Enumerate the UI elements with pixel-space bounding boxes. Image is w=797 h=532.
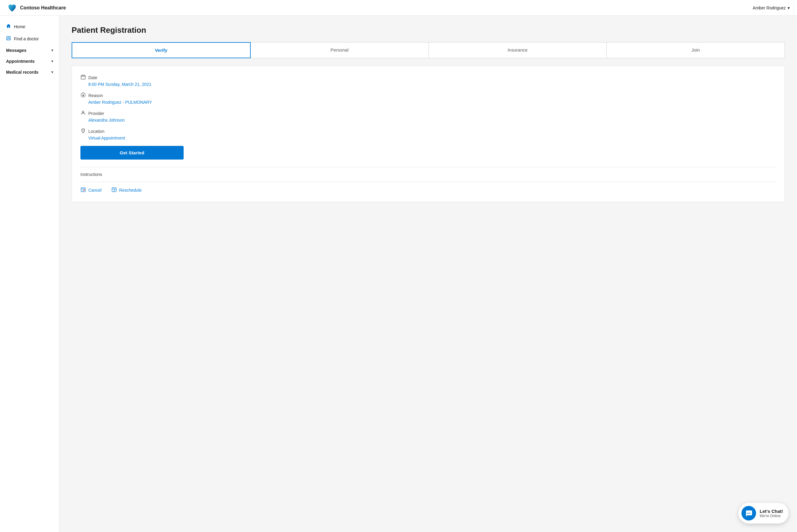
date-value: 8:00 PM Sunday, March 21, 2021 bbox=[80, 82, 776, 87]
tab-insurance[interactable]: Insurance bbox=[429, 42, 607, 58]
date-row: Date 8:00 PM Sunday, March 21, 2021 bbox=[80, 74, 776, 87]
user-name: Amber Rodriguez bbox=[753, 5, 786, 10]
provider-row: Provider Alexandra Johnson bbox=[80, 110, 776, 122]
sidebar-group-medical-records[interactable]: Medical records ▾ bbox=[0, 67, 59, 78]
svg-rect-3 bbox=[82, 75, 83, 76]
svg-rect-8 bbox=[81, 188, 85, 192]
reschedule-link[interactable]: Reschedule bbox=[111, 187, 142, 193]
tabs-container: Verify Personal Insurance Join bbox=[72, 42, 785, 58]
svg-point-6 bbox=[82, 111, 84, 113]
cancel-link[interactable]: Cancel bbox=[80, 187, 102, 193]
provider-icon bbox=[80, 110, 86, 116]
action-links: Cancel Reschedule bbox=[80, 187, 776, 193]
user-chevron-icon: ▾ bbox=[787, 5, 790, 10]
location-value: Virtual Appointment bbox=[80, 136, 776, 140]
home-icon bbox=[6, 24, 11, 30]
chat-title: Let's Chat! bbox=[760, 509, 783, 514]
svg-point-15 bbox=[750, 513, 750, 514]
svg-rect-12 bbox=[112, 188, 116, 192]
reason-label: Reason bbox=[88, 93, 103, 98]
sidebar-appointments-label: Appointments bbox=[6, 59, 35, 64]
find-doctor-icon bbox=[6, 36, 11, 42]
divider-actions bbox=[80, 182, 776, 182]
instructions-label: Instructions bbox=[80, 172, 776, 177]
svg-rect-4 bbox=[84, 75, 85, 76]
provider-value: Alexandra Johnson bbox=[80, 118, 776, 122]
location-label: Location bbox=[88, 129, 105, 134]
user-menu[interactable]: Amber Rodriguez ▾ bbox=[753, 5, 790, 10]
sidebar-item-find-doctor[interactable]: Find a doctor bbox=[0, 33, 59, 45]
messages-chevron-icon: ▾ bbox=[51, 48, 53, 53]
chat-icon bbox=[741, 506, 756, 520]
reschedule-label: Reschedule bbox=[119, 188, 142, 193]
provider-label: Provider bbox=[88, 111, 104, 116]
location-row: Location Virtual Appointment bbox=[80, 128, 776, 140]
get-started-button[interactable]: Get Started bbox=[80, 146, 184, 159]
svg-point-7 bbox=[83, 130, 84, 131]
chat-widget[interactable]: Let's Chat! We're Online bbox=[738, 503, 789, 524]
date-label: Date bbox=[88, 75, 97, 80]
tab-personal[interactable]: Personal bbox=[251, 42, 429, 58]
chat-subtitle: We're Online bbox=[760, 514, 783, 518]
brand-logo bbox=[7, 3, 17, 13]
svg-point-13 bbox=[747, 513, 748, 514]
sidebar-messages-label: Messages bbox=[6, 48, 26, 53]
svg-rect-2 bbox=[81, 75, 85, 79]
reschedule-icon bbox=[111, 187, 117, 193]
appointment-card: Date 8:00 PM Sunday, March 21, 2021 Reas… bbox=[72, 65, 785, 202]
sidebar-group-appointments[interactable]: Appointments ▾ bbox=[0, 56, 59, 67]
reason-icon bbox=[80, 92, 86, 99]
sidebar-find-doctor-label: Find a doctor bbox=[14, 36, 39, 41]
page-title: Patient Registration bbox=[72, 25, 785, 35]
calendar-icon bbox=[80, 74, 86, 81]
cancel-label: Cancel bbox=[88, 188, 102, 193]
brand: Contoso Healthcare bbox=[7, 3, 66, 13]
location-icon bbox=[80, 128, 86, 134]
header: Contoso Healthcare Amber Rodriguez ▾ bbox=[0, 0, 797, 16]
sidebar: Home Find a doctor Messages ▾ Appointmen… bbox=[0, 16, 59, 532]
reason-row: Reason Amber Rodriguez - PULMONARY bbox=[80, 92, 776, 104]
layout: Home Find a doctor Messages ▾ Appointmen… bbox=[0, 16, 797, 532]
medical-records-chevron-icon: ▾ bbox=[51, 70, 53, 74]
svg-point-14 bbox=[748, 513, 749, 514]
tab-join[interactable]: Join bbox=[607, 42, 785, 58]
main-content: Patient Registration Verify Personal Ins… bbox=[59, 16, 797, 532]
tab-verify[interactable]: Verify bbox=[72, 42, 251, 58]
sidebar-group-messages[interactable]: Messages ▾ bbox=[0, 45, 59, 56]
sidebar-item-home[interactable]: Home bbox=[0, 21, 59, 33]
appointments-chevron-icon: ▾ bbox=[51, 59, 53, 63]
reason-value: Amber Rodriguez - PULMONARY bbox=[80, 100, 776, 104]
brand-name: Contoso Healthcare bbox=[20, 5, 66, 11]
sidebar-home-label: Home bbox=[14, 24, 25, 29]
sidebar-medical-records-label: Medical records bbox=[6, 70, 39, 75]
cancel-icon bbox=[80, 187, 86, 193]
divider-instructions bbox=[80, 167, 776, 167]
